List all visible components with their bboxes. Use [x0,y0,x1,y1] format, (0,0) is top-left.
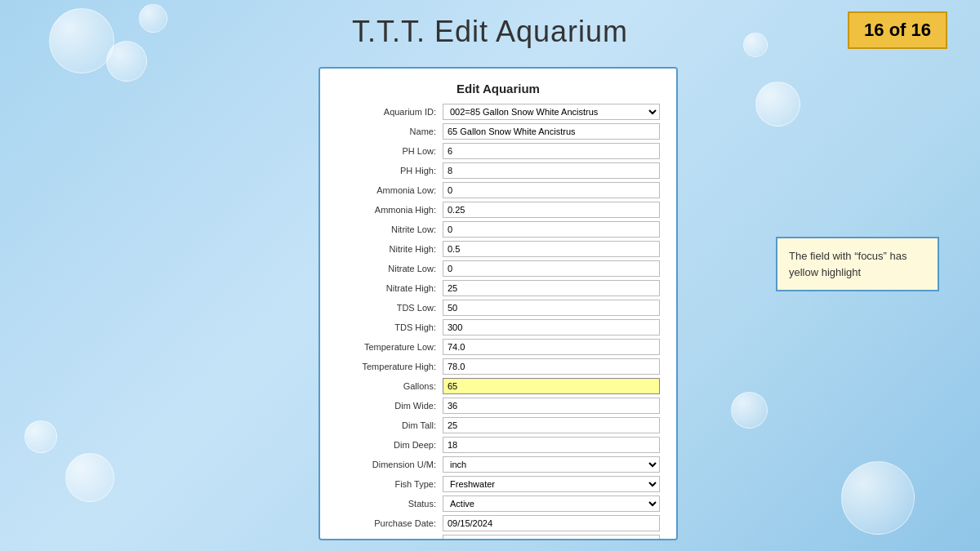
page-badge: 16 of 16 [848,11,947,49]
gallons-label: Gallons: [336,381,443,391]
nitrate-low-input[interactable] [443,260,660,277]
name-row: Name: [336,123,660,140]
bubble-decoration [841,461,915,535]
fish-type-row: Fish Type: Freshwater [336,476,660,492]
purchase-from-row: Purchase From: [336,535,660,540]
tooltip-text: The field with “focus” has yellow highli… [789,250,907,278]
gallons-row: Gallons: [336,378,660,394]
nitrite-high-label: Nitrite High: [336,244,443,254]
ammonia-high-input[interactable] [443,202,660,218]
dim-wide-label: Dim Wide: [336,401,443,411]
dim-tall-input[interactable] [443,417,660,433]
dim-deep-row: Dim Deep: [336,437,660,453]
status-label: Status: [336,499,443,509]
ph-low-row: PH Low: [336,143,660,159]
temp-low-input[interactable] [443,339,660,355]
bubble-decoration [755,82,800,127]
nitrite-low-label: Nitrite Low: [336,224,443,234]
status-row: Status: Active [336,495,660,512]
tds-high-label: TDS High: [336,322,443,332]
ammonia-high-row: Ammonia High: [336,202,660,218]
nitrate-low-label: Nitrate Low: [336,264,443,273]
bubble-decoration [743,33,768,57]
temp-high-input[interactable] [443,358,660,375]
dim-deep-input[interactable] [443,437,660,453]
temp-low-label: Temperature Low: [336,342,443,352]
ph-low-label: PH Low: [336,146,443,156]
ammonia-low-row: Ammonia Low: [336,182,660,198]
temp-low-row: Temperature Low: [336,339,660,355]
bubble-decoration [65,453,114,502]
dimension-um-label: Dimension U/M: [336,460,443,469]
nitrate-high-input[interactable] [443,280,660,296]
dimension-um-row: Dimension U/M: inch [336,456,660,473]
nitrite-low-input[interactable] [443,221,660,238]
purchase-date-label: Purchase Date: [336,518,443,528]
ph-high-input[interactable] [443,162,660,179]
bubble-decoration [24,420,57,453]
dimension-um-select[interactable]: inch [443,456,660,473]
ammonia-low-label: Ammonia Low: [336,185,443,195]
nitrite-high-row: Nitrite High: [336,241,660,257]
dim-tall-label: Dim Tall: [336,420,443,430]
ph-low-input[interactable] [443,143,660,159]
ph-high-row: PH High: [336,162,660,179]
bubble-decoration [49,8,114,73]
fish-type-label: Fish Type: [336,479,443,489]
dim-deep-label: Dim Deep: [336,440,443,450]
aquarium-id-row: Aquarium ID: 002=85 Gallon Snow White An… [336,104,660,120]
bubble-decoration [139,4,167,33]
dim-wide-input[interactable] [443,398,660,414]
bubble-decoration [106,41,147,82]
purchase-from-input[interactable] [443,535,660,540]
nitrate-high-row: Nitrate High: [336,280,660,296]
nitrite-low-row: Nitrite Low: [336,221,660,238]
temp-high-row: Temperature High: [336,358,660,375]
aquarium-id-label: Aquarium ID: [336,107,443,117]
ammonia-high-label: Ammonia High: [336,205,443,215]
temp-high-label: Temperature High: [336,362,443,371]
bubble-decoration [731,392,768,429]
tds-high-row: TDS High: [336,319,660,335]
tooltip-box: The field with “focus” has yellow highli… [776,237,939,291]
ph-high-label: PH High: [336,166,443,176]
purchase-date-input[interactable] [443,515,660,531]
nitrate-high-label: Nitrate High: [336,283,443,293]
name-input[interactable] [443,123,660,140]
form-title: Edit Aquarium [336,82,660,96]
tds-low-label: TDS Low: [336,303,443,313]
dim-tall-row: Dim Tall: [336,417,660,433]
ammonia-low-input[interactable] [443,182,660,198]
aquarium-id-select[interactable]: 002=85 Gallon Snow White Ancistrus [443,104,660,120]
fish-type-select[interactable]: Freshwater [443,476,660,492]
purchase-from-label: Purchase From: [336,538,443,540]
nitrite-high-input[interactable] [443,241,660,257]
nitrate-low-row: Nitrate Low: [336,260,660,277]
edit-aquarium-form: Edit Aquarium Aquarium ID: 002=85 Gallon… [318,67,678,540]
gallons-input[interactable] [443,378,660,394]
tds-low-row: TDS Low: [336,300,660,316]
dim-wide-row: Dim Wide: [336,398,660,414]
tds-high-input[interactable] [443,319,660,335]
tds-low-input[interactable] [443,300,660,316]
status-select[interactable]: Active [443,495,660,512]
name-label: Name: [336,127,443,136]
purchase-date-row: Purchase Date: [336,515,660,531]
